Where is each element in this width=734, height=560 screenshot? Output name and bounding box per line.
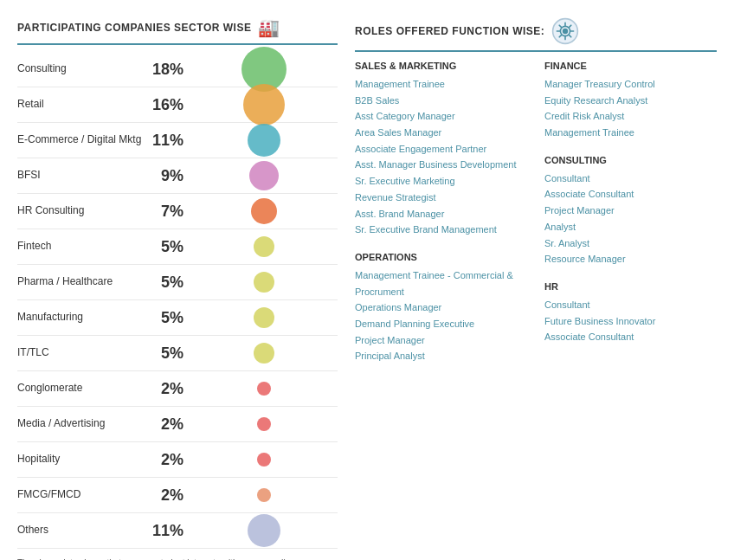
right-section-title: ROLES OFFERED FUNCTION WISE: xyxy=(355,17,717,52)
bubble xyxy=(248,124,280,157)
role-item: Principal Analyst xyxy=(355,348,527,364)
bubble-container xyxy=(190,446,338,473)
sector-name: Manufacturing xyxy=(17,311,143,325)
bubble-container xyxy=(190,55,338,83)
sector-row: Manufacturing5% xyxy=(17,300,338,336)
function-section: OPERATIONSManagement Trainee - Commercia… xyxy=(355,252,527,364)
role-item: Analyst xyxy=(544,219,717,235)
sector-name: E-Commerce / Digital Mktg xyxy=(17,133,143,147)
bubble xyxy=(254,343,274,364)
function-title: OPERATIONS xyxy=(355,252,527,262)
sector-list: Consulting18%Retail16%E-Commerce / Digit… xyxy=(17,52,338,549)
sector-name: IT/TLC xyxy=(17,346,143,360)
function-section: FINANCEManager Treasury ControlEquity Re… xyxy=(544,61,717,141)
sector-row: Consulting18% xyxy=(17,52,338,87)
role-item: B2B Sales xyxy=(355,93,527,109)
sector-row: Conglomerate2% xyxy=(17,371,338,407)
function-title: CONSULTING xyxy=(544,155,717,165)
sector-row: Fintech5% xyxy=(17,229,338,265)
sector-name: Consulting xyxy=(17,62,143,76)
right-panel: ROLES OFFERED FUNCTION WISE: SALES & MAR… xyxy=(355,17,717,560)
bubble xyxy=(257,488,271,502)
function-title: FINANCE xyxy=(544,61,717,71)
bubble-container xyxy=(190,126,338,154)
sector-row: BFSI9% xyxy=(17,158,338,194)
bubble xyxy=(257,453,271,467)
sector-name: Retail xyxy=(17,98,143,112)
role-item: Resource Manager xyxy=(544,251,717,267)
bubble xyxy=(249,161,279,190)
function-section: HRConsultantFuture Business InnovatorAss… xyxy=(544,281,717,345)
svg-point-2 xyxy=(563,29,568,34)
role-item: Associate Consultant xyxy=(544,186,717,203)
bubble-container xyxy=(190,481,338,509)
sector-percent: 5% xyxy=(143,309,190,327)
role-item: Project Manager xyxy=(544,203,717,219)
role-item: Management Trainee xyxy=(544,125,717,141)
role-item: Sr. Executive Brand Management xyxy=(355,222,527,238)
sector-row: Pharma / Healthcare5% xyxy=(17,265,338,300)
role-item: Consultant xyxy=(544,297,717,313)
bubble xyxy=(254,236,274,257)
sector-percent: 2% xyxy=(143,486,190,505)
role-item: Area Sales Manager xyxy=(355,125,527,141)
bubble-container xyxy=(190,268,338,296)
function-title: HR xyxy=(544,281,717,292)
roles-grid: SALES & MARKETINGManagement TraineeB2B S… xyxy=(355,61,717,378)
role-item: Associate Engagement Partner xyxy=(355,141,527,158)
bubble-container xyxy=(190,304,338,331)
factory-icon: 🏭 xyxy=(258,17,280,38)
sector-name: Conglomerate xyxy=(17,382,143,396)
role-item: Project Manager xyxy=(355,332,527,349)
sector-name: HR Consulting xyxy=(17,204,143,218)
sector-percent: 18% xyxy=(143,61,190,79)
function-section: CONSULTINGConsultantAssociate Consultant… xyxy=(544,155,717,267)
role-item: Revenue Strategist xyxy=(355,190,527,206)
bubble-container xyxy=(190,91,338,119)
left-panel: PARTICIPATING COMPANIES SECTOR WISE 🏭 Co… xyxy=(17,17,338,560)
bubble-container xyxy=(190,339,338,367)
bubble xyxy=(257,417,271,431)
gear-icon xyxy=(551,17,579,45)
role-item: Demand Planning Executive xyxy=(355,316,527,332)
sector-percent: 11% xyxy=(143,522,190,540)
sector-name: Pharma / Healthcare xyxy=(17,275,143,289)
role-item: Future Business Innovator xyxy=(544,313,717,330)
sector-name: FMCG/FMCD xyxy=(17,488,143,502)
sector-name: Media / Advertising xyxy=(17,417,143,431)
bubble-container xyxy=(190,375,338,402)
role-item: Credit Risk Analyst xyxy=(544,108,717,125)
right-title-text: ROLES OFFERED FUNCTION WISE: xyxy=(355,25,544,37)
role-item: Manager Treasury Control xyxy=(544,76,717,93)
function-section: SALES & MARKETINGManagement TraineeB2B S… xyxy=(355,61,527,238)
sector-row: IT/TLC5% xyxy=(17,336,338,371)
sector-percent: 5% xyxy=(143,238,190,256)
bubble-container xyxy=(190,517,338,544)
bubble-container xyxy=(190,410,338,438)
sector-percent: 5% xyxy=(143,274,190,292)
role-item: Asst. Manager Business Development xyxy=(355,157,527,173)
bubble xyxy=(248,514,280,547)
sector-percent: 5% xyxy=(143,344,190,363)
bubble xyxy=(243,84,285,126)
sector-row: Hopitality2% xyxy=(17,442,338,478)
sector-row: FMCG/FMCD2% xyxy=(17,478,338,513)
function-title: SALES & MARKETING xyxy=(355,61,527,71)
role-item: Sr. Analyst xyxy=(544,235,717,252)
sector-row: Others11% xyxy=(17,513,338,549)
sector-percent: 2% xyxy=(143,380,190,398)
role-item: Management Trainee xyxy=(355,76,527,93)
sector-percent: 9% xyxy=(143,167,190,185)
role-item: Associate Consultant xyxy=(544,329,717,345)
bubble-container xyxy=(190,162,338,190)
bubble xyxy=(257,382,271,396)
roles-col-right: FINANCEManager Treasury ControlEquity Re… xyxy=(544,61,717,378)
role-item: Asst Category Manager xyxy=(355,108,527,125)
sector-percent: 7% xyxy=(143,203,190,221)
left-section-title: PARTICIPATING COMPANIES SECTOR WISE 🏭 xyxy=(17,17,338,45)
bubble-container xyxy=(190,197,338,225)
sector-row: Media / Advertising2% xyxy=(17,407,338,442)
role-item: Management Trainee - Commercial & Procru… xyxy=(355,267,527,299)
role-item: Sr. Executive Marketing xyxy=(355,173,527,190)
sector-name: Fintech xyxy=(17,240,143,254)
